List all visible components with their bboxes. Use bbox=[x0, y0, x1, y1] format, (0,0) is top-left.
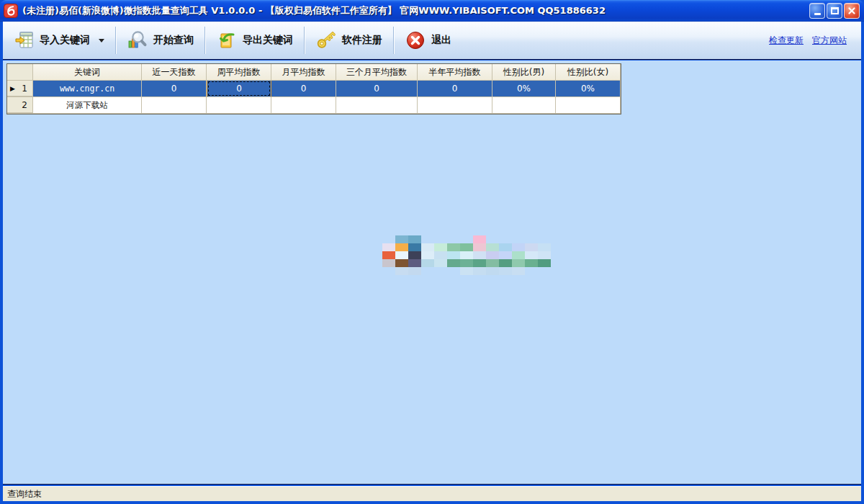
keyword-cell[interactable]: www.cngr.cn bbox=[33, 81, 142, 97]
toolbar: 导入关键词 开始查询 导出关键词 软件注册 bbox=[3, 22, 861, 60]
watermark-pixel bbox=[486, 235, 499, 243]
watermark-pixel bbox=[486, 259, 499, 267]
watermark-pixel bbox=[486, 267, 499, 275]
keyword-table: 关键词近一天指数周平均指数月平均指数三个月平均指数半年平均指数性别比(男)性别比… bbox=[6, 63, 621, 114]
watermark-pixel bbox=[538, 259, 551, 267]
watermark-pixel bbox=[395, 235, 408, 243]
column-header[interactable]: 近一天指数 bbox=[142, 64, 207, 81]
official-site-link[interactable]: 官方网站 bbox=[812, 35, 847, 47]
value-cell[interactable]: 0% bbox=[556, 81, 621, 97]
export-keywords-button[interactable]: 导出关键词 bbox=[209, 24, 300, 57]
watermark-pixel bbox=[408, 243, 421, 251]
keyword-cell[interactable]: 河源下载站 bbox=[33, 97, 142, 114]
watermark-pixel bbox=[538, 243, 551, 251]
status-text: 查询结束 bbox=[7, 488, 42, 500]
check-update-link[interactable]: 检查更新 bbox=[769, 35, 804, 47]
exit-label: 退出 bbox=[431, 34, 451, 47]
watermark-pixel bbox=[434, 235, 447, 243]
export-keywords-icon bbox=[216, 30, 238, 51]
toolbar-separator bbox=[204, 27, 205, 54]
register-key-icon bbox=[315, 30, 337, 51]
watermark-pixel bbox=[512, 267, 525, 275]
exit-icon bbox=[405, 30, 426, 51]
export-keywords-label: 导出关键词 bbox=[243, 34, 293, 47]
watermark-pixel bbox=[473, 259, 486, 267]
dropdown-arrow-icon[interactable] bbox=[99, 39, 104, 42]
toolbar-separator bbox=[393, 27, 394, 54]
minimize-button[interactable] bbox=[809, 3, 825, 19]
watermark-pixel bbox=[512, 251, 525, 259]
value-cell[interactable] bbox=[207, 97, 271, 114]
watermark-pixel bbox=[460, 243, 473, 251]
close-button[interactable] bbox=[844, 3, 860, 19]
value-cell[interactable] bbox=[492, 97, 556, 114]
watermark-pixel bbox=[395, 243, 408, 251]
register-button[interactable]: 软件注册 bbox=[308, 24, 390, 57]
start-query-button[interactable]: 开始查询 bbox=[120, 24, 201, 57]
watermark-pixel bbox=[421, 259, 434, 267]
exit-button[interactable]: 退出 bbox=[397, 24, 459, 57]
app-logo-icon bbox=[4, 4, 18, 18]
title-bar: (未注册)易佰(新浪微博)微指数批量查询工具 V1.0.0.0 - 【版权归易佰… bbox=[0, 0, 864, 22]
column-header[interactable]: 半年平均指数 bbox=[418, 64, 492, 81]
column-header[interactable]: 关键词 bbox=[33, 64, 142, 81]
column-header[interactable]: 周平均指数 bbox=[207, 64, 271, 81]
main-content: 关键词近一天指数周平均指数月平均指数三个月平均指数半年平均指数性别比(男)性别比… bbox=[3, 60, 861, 485]
watermark-pixel bbox=[421, 251, 434, 259]
watermark-pixel bbox=[447, 267, 460, 275]
watermark-pixel bbox=[382, 235, 395, 243]
watermark-pixel bbox=[499, 267, 512, 275]
watermark-pixel bbox=[460, 259, 473, 267]
import-keywords-button[interactable]: 导入关键词 bbox=[7, 24, 112, 56]
value-cell[interactable]: 0 bbox=[418, 81, 492, 97]
watermark-pixel bbox=[499, 251, 512, 259]
watermark-pixel bbox=[434, 259, 447, 267]
watermark-pixel bbox=[525, 243, 538, 251]
row-header[interactable]: 1▶ bbox=[7, 81, 33, 96]
watermark-pixel bbox=[460, 235, 473, 243]
watermark-pixel bbox=[525, 259, 538, 267]
value-cell[interactable] bbox=[418, 97, 492, 114]
watermark-pixel bbox=[421, 267, 434, 275]
table-corner-header[interactable] bbox=[7, 64, 33, 81]
start-query-label: 开始查询 bbox=[153, 34, 194, 47]
row-header[interactable]: 2 bbox=[7, 97, 33, 113]
watermark-pixel bbox=[538, 235, 551, 243]
column-header[interactable]: 三个月平均指数 bbox=[336, 64, 418, 81]
column-header[interactable]: 性别比(女) bbox=[556, 64, 621, 81]
value-cell[interactable]: 0 bbox=[207, 81, 271, 97]
value-cell[interactable]: 0 bbox=[336, 81, 418, 97]
value-cell[interactable] bbox=[556, 97, 621, 114]
close-icon bbox=[847, 6, 856, 15]
watermark-pixel bbox=[408, 251, 421, 259]
app-window: { "window": { "title": "(未注册)易佰(新浪微博)微指数… bbox=[0, 0, 864, 504]
watermark-pixel bbox=[421, 243, 434, 251]
watermark-pixel bbox=[525, 235, 538, 243]
watermark-pixel bbox=[447, 259, 460, 267]
watermark-pixel bbox=[473, 267, 486, 275]
watermark-pixel bbox=[382, 259, 395, 267]
import-keywords-icon bbox=[14, 30, 35, 50]
start-query-icon bbox=[127, 30, 148, 51]
watermark-pixel bbox=[460, 251, 473, 259]
value-cell[interactable]: 0 bbox=[271, 81, 336, 97]
watermark-pixel bbox=[525, 251, 538, 259]
value-cell[interactable]: 0% bbox=[492, 81, 556, 97]
watermark-pixel bbox=[447, 235, 460, 243]
current-row-arrow-icon: ▶ bbox=[10, 85, 15, 91]
column-header[interactable]: 月平均指数 bbox=[271, 64, 336, 81]
watermark-pixel bbox=[486, 251, 499, 259]
watermark-pixel bbox=[473, 235, 486, 243]
value-cell[interactable] bbox=[271, 97, 336, 114]
value-cell[interactable] bbox=[142, 97, 207, 114]
watermark-pixel bbox=[395, 267, 408, 275]
watermark-pixel bbox=[447, 251, 460, 259]
watermark-pixel bbox=[499, 235, 512, 243]
watermark-pixel bbox=[395, 259, 408, 267]
watermark-pixel bbox=[512, 259, 525, 267]
column-header[interactable]: 性别比(男) bbox=[492, 64, 556, 81]
value-cell[interactable]: 0 bbox=[142, 81, 207, 97]
maximize-button[interactable] bbox=[827, 3, 842, 19]
watermark-pixel bbox=[382, 267, 395, 275]
value-cell[interactable] bbox=[336, 97, 418, 114]
